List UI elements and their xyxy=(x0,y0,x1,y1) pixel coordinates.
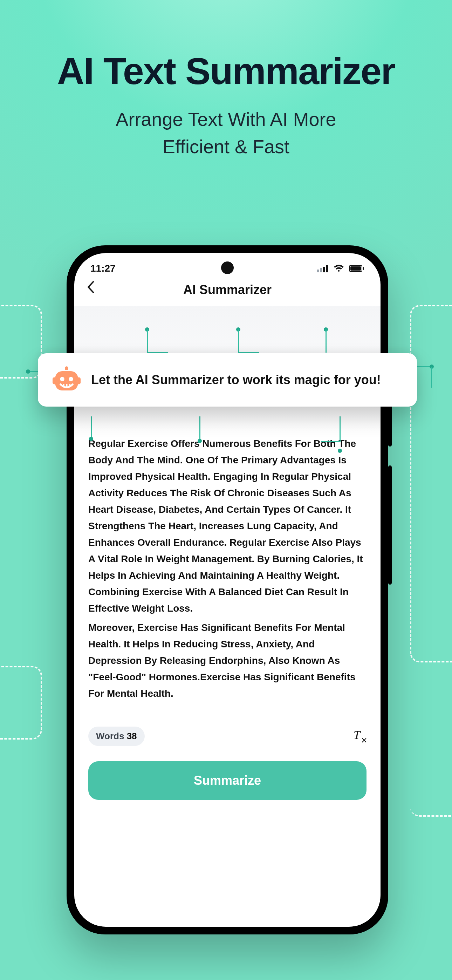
clear-text-icon: T✕ xyxy=(353,728,366,741)
robot-icon xyxy=(53,366,81,394)
battery-icon xyxy=(349,265,364,272)
svg-rect-1 xyxy=(320,268,322,272)
svg-rect-15 xyxy=(69,384,71,387)
input-text-area[interactable]: Regular Exercise Offers Numerous Benefit… xyxy=(74,433,380,702)
decoration-dashed-box xyxy=(0,305,42,379)
decoration-dashed-box xyxy=(410,795,452,817)
svg-rect-0 xyxy=(317,269,319,272)
svg-rect-10 xyxy=(77,377,81,385)
selfie-camera xyxy=(221,261,234,274)
promo-title: AI Text Summarizer xyxy=(0,49,452,93)
input-paragraph: Regular Exercise Offers Numerous Benefit… xyxy=(88,435,366,617)
app-header: AI Summarizer xyxy=(74,278,380,306)
svg-rect-3 xyxy=(326,265,328,272)
word-count-label: Words xyxy=(96,731,124,741)
wifi-icon xyxy=(334,265,344,272)
svg-point-11 xyxy=(60,377,64,381)
promo-subtitle: Arrange Text With AI More Efficient & Fa… xyxy=(0,105,452,161)
svg-rect-9 xyxy=(53,377,56,385)
phone-frame: 11:27 AI Summarizer Regular Exercise xyxy=(67,245,388,934)
status-time: 11:27 xyxy=(91,263,116,274)
summarize-button[interactable]: Summarize xyxy=(88,761,366,800)
svg-rect-2 xyxy=(323,267,325,272)
svg-point-12 xyxy=(69,377,73,381)
cellular-signal-icon xyxy=(317,265,329,272)
svg-rect-14 xyxy=(66,384,68,387)
svg-rect-6 xyxy=(363,267,364,270)
decoration-dashed-box xyxy=(0,666,42,740)
hint-card: Let the AI Summarizer to work its magic … xyxy=(38,353,417,407)
word-count-value: 38 xyxy=(127,731,137,741)
chevron-left-icon xyxy=(87,281,95,293)
input-paragraph: Moreover, Exercise Has Significant Benef… xyxy=(88,619,366,702)
svg-point-7 xyxy=(65,366,68,369)
svg-rect-5 xyxy=(350,266,361,270)
word-count-chip: Words 38 xyxy=(88,727,145,746)
clear-text-button[interactable]: T✕ xyxy=(353,728,366,744)
hint-text: Let the AI Summarizer to work its magic … xyxy=(91,371,381,389)
back-button[interactable] xyxy=(87,281,95,295)
promo-heading: AI Text Summarizer Arrange Text With AI … xyxy=(0,49,452,161)
screen-title: AI Summarizer xyxy=(183,283,272,297)
svg-rect-13 xyxy=(63,384,64,387)
